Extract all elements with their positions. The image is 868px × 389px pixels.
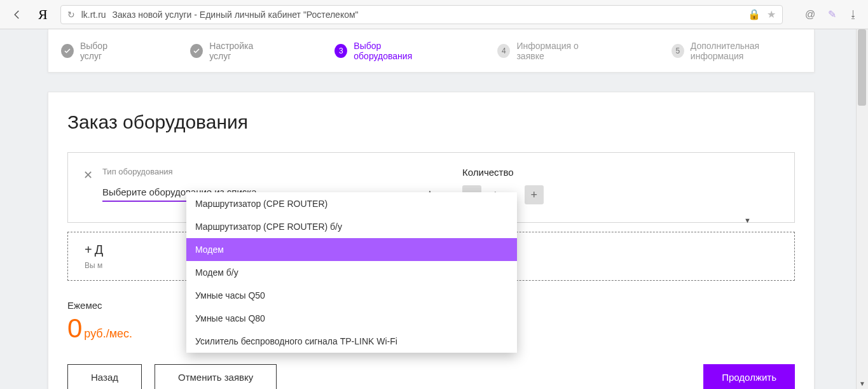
- step-4[interactable]: 4 Информация о заявке: [497, 41, 600, 61]
- dropdown-option[interactable]: Модем б/у: [186, 261, 517, 284]
- quantity-label: Количество: [462, 167, 570, 178]
- step-label: Выбор услуг: [80, 41, 127, 61]
- continue-button[interactable]: Продолжить: [703, 364, 795, 389]
- back-arrow-icon[interactable]: [9, 6, 25, 23]
- page-body: Выбор услуг Настройка услуг 3 Выбор обор…: [0, 29, 868, 389]
- reload-icon[interactable]: ↻: [67, 10, 75, 20]
- equipment-box: ✕ Тип оборудования Выберите оборудование…: [67, 152, 795, 223]
- step-number: 5: [672, 44, 684, 58]
- step-label: Дополнительная информация: [691, 41, 804, 61]
- scroll-thumb[interactable]: [858, 29, 866, 106]
- plus-icon: +: [85, 243, 92, 257]
- address-bar[interactable]: ↻ lk.rt.ru Заказ новой услуги - Единый л…: [60, 5, 783, 24]
- order-card: Заказ оборудования ✕ Тип оборудования Вы…: [48, 92, 815, 389]
- vertical-scrollbar[interactable]: ▲ ▼: [856, 29, 868, 389]
- step-1[interactable]: Выбор услуг: [61, 41, 127, 61]
- step-3[interactable]: 3 Выбор оборудования: [334, 41, 434, 61]
- progress-stepper: Выбор услуг Настройка услуг 3 Выбор обор…: [48, 29, 815, 73]
- dropdown-option[interactable]: Модем: [186, 238, 517, 261]
- chevron-down-icon[interactable]: ▼: [744, 216, 751, 224]
- dropdown-option[interactable]: Умные часы Q50: [186, 284, 517, 307]
- step-label: Информация о заявке: [516, 41, 600, 61]
- check-icon: [61, 44, 74, 58]
- browser-chrome: Я ↻ lk.rt.ru Заказ новой услуги - Единый…: [0, 0, 868, 29]
- field-label: Тип оборудования: [102, 167, 433, 176]
- step-5[interactable]: 5 Дополнительная информация: [672, 41, 804, 61]
- browser-toolbar-icons: @ ✎ ⭳: [804, 8, 859, 20]
- scroll-down-icon[interactable]: ▼: [857, 378, 868, 389]
- feather-icon[interactable]: ✎: [826, 8, 837, 20]
- step-label: Выбор оборудования: [354, 41, 434, 61]
- close-icon[interactable]: ✕: [83, 168, 93, 182]
- qty-plus-button[interactable]: +: [525, 185, 544, 204]
- dropdown-option[interactable]: Умные часы Q80: [186, 307, 517, 330]
- mail-icon[interactable]: @: [804, 9, 816, 20]
- back-button[interactable]: Назад: [67, 364, 142, 389]
- step-number: 3: [334, 44, 347, 58]
- step-label: Настройка услуг: [209, 41, 271, 61]
- price-amount: 0: [67, 313, 81, 343]
- cancel-button[interactable]: Отменить заявку: [155, 364, 277, 389]
- download-icon[interactable]: ⭳: [848, 9, 859, 20]
- content-column: Выбор услуг Настройка услуг 3 Выбор обор…: [48, 29, 815, 389]
- check-icon: [190, 44, 203, 58]
- step-number: 4: [497, 44, 510, 58]
- url-host: lk.rt.ru: [81, 10, 106, 20]
- dropdown-option[interactable]: Маршрутизатор (CPE ROUTER): [186, 192, 517, 215]
- page-heading: Заказ оборудования: [67, 111, 795, 133]
- price-unit: руб./мес.: [81, 327, 132, 340]
- dropdown-option[interactable]: Усилитель беспроводного сигнала TP-LINK …: [186, 330, 517, 353]
- dropdown-option[interactable]: Маршрутизатор (CPE ROUTER) б/у: [186, 215, 517, 238]
- equipment-dropdown: Маршрутизатор (CPE ROUTER) Маршрутизатор…: [186, 192, 517, 353]
- step-2[interactable]: Настройка услуг: [190, 41, 271, 61]
- page-title-text: Заказ новой услуги - Единый личный кабин…: [113, 10, 359, 20]
- yandex-logo-icon[interactable]: Я: [38, 6, 48, 23]
- button-row: Назад Отменить заявку Продолжить: [67, 364, 795, 389]
- star-icon[interactable]: ★: [767, 8, 776, 20]
- lock-icon: 🔒: [748, 8, 761, 20]
